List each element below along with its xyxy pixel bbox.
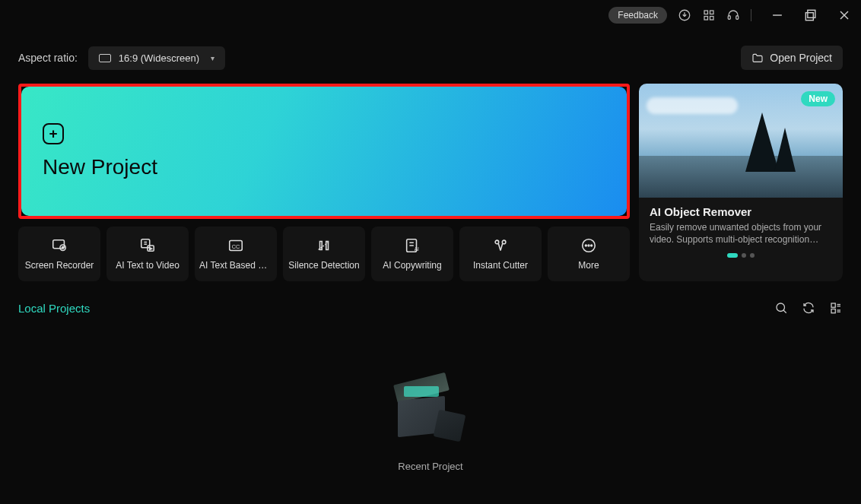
tool-label: Screen Recorder bbox=[21, 260, 99, 271]
new-project-card[interactable]: + New Project bbox=[21, 87, 627, 216]
tools-row: Screen Recorder AI Text to Video CC AI T… bbox=[18, 227, 630, 281]
separator bbox=[751, 9, 751, 21]
tool-label: AI Text Based Edi... bbox=[195, 260, 277, 271]
carousel-dot[interactable] bbox=[750, 253, 755, 258]
search-icon[interactable] bbox=[774, 301, 788, 315]
aspect-ratio-value: 16:9 (Widescreen) bbox=[119, 52, 203, 64]
svg-text:AI: AI bbox=[415, 246, 419, 252]
svg-point-25 bbox=[588, 245, 589, 246]
empty-state-label: Recent Project bbox=[398, 461, 462, 472]
tool-ai-text-based-edit[interactable]: CC AI Text Based Edi... bbox=[195, 227, 277, 281]
tool-label: Instant Cutter bbox=[469, 260, 532, 271]
svg-rect-29 bbox=[831, 303, 835, 307]
download-icon[interactable] bbox=[678, 8, 691, 22]
empty-box-illustration bbox=[389, 369, 472, 442]
svg-rect-15 bbox=[141, 239, 150, 248]
local-projects-tab[interactable]: Local Projects bbox=[18, 302, 90, 315]
feature-description: Easily remove unwanted objects from your… bbox=[650, 221, 832, 246]
svg-line-28 bbox=[783, 310, 786, 313]
carousel-dot[interactable] bbox=[742, 253, 746, 258]
feature-image: New bbox=[639, 84, 843, 198]
window-minimize-button[interactable] bbox=[770, 8, 785, 23]
open-project-button[interactable]: Open Project bbox=[741, 46, 843, 70]
support-headset-icon[interactable] bbox=[726, 8, 740, 22]
titlebar: Feedback bbox=[0, 0, 861, 30]
feedback-button[interactable]: Feedback bbox=[608, 7, 667, 24]
tool-more[interactable]: More bbox=[548, 227, 630, 281]
svg-rect-6 bbox=[736, 16, 739, 20]
aspect-ratio-icon bbox=[99, 54, 111, 62]
svg-rect-5 bbox=[728, 16, 730, 20]
svg-point-24 bbox=[585, 245, 586, 246]
tool-label: AI Text to Video bbox=[111, 260, 184, 271]
screen-recorder-icon bbox=[51, 237, 68, 254]
folder-icon bbox=[751, 52, 764, 63]
tool-instant-cutter[interactable]: Instant Cutter bbox=[459, 227, 542, 281]
highlighted-region: + New Project bbox=[18, 84, 630, 219]
open-project-label: Open Project bbox=[770, 52, 832, 64]
aspect-ratio-dropdown[interactable]: 16:9 (Widescreen) ▾ bbox=[88, 46, 225, 70]
svg-point-26 bbox=[591, 245, 593, 246]
feature-card[interactable]: New AI Object Remover Easily remove unwa… bbox=[639, 84, 843, 281]
svg-rect-9 bbox=[805, 13, 813, 21]
tool-label: AI Copywriting bbox=[378, 260, 446, 271]
svg-point-27 bbox=[777, 303, 785, 312]
svg-rect-4 bbox=[710, 17, 714, 21]
refresh-icon[interactable] bbox=[802, 301, 815, 315]
svg-rect-3 bbox=[704, 17, 708, 21]
view-toggle-icon[interactable] bbox=[829, 301, 843, 315]
plus-icon: + bbox=[43, 123, 64, 144]
scissors-icon bbox=[492, 237, 509, 254]
svg-rect-1 bbox=[704, 11, 708, 14]
svg-point-21 bbox=[495, 240, 499, 244]
tool-silence-detection[interactable]: Silence Detection bbox=[283, 227, 365, 281]
feature-title: AI Object Remover bbox=[650, 205, 832, 218]
tool-screen-recorder[interactable]: Screen Recorder bbox=[18, 227, 100, 281]
cc-icon: CC bbox=[227, 237, 244, 254]
carousel-dot[interactable] bbox=[727, 253, 738, 258]
window-maximize-button[interactable] bbox=[803, 8, 818, 23]
new-badge: New bbox=[801, 91, 835, 106]
svg-rect-8 bbox=[808, 10, 815, 17]
svg-rect-2 bbox=[710, 11, 714, 14]
silence-detection-icon bbox=[316, 237, 332, 254]
svg-point-14 bbox=[62, 247, 63, 249]
copywriting-icon: AI bbox=[404, 237, 421, 254]
aspect-ratio-label: Aspect ratio: bbox=[18, 52, 78, 64]
chevron-down-icon: ▾ bbox=[211, 54, 214, 62]
tool-label: More bbox=[573, 260, 603, 271]
local-projects-header: Local Projects bbox=[0, 281, 861, 322]
empty-state: Recent Project bbox=[0, 322, 861, 472]
new-project-label: New Project bbox=[43, 155, 627, 179]
text-to-video-icon bbox=[139, 237, 156, 254]
svg-rect-32 bbox=[831, 309, 835, 313]
svg-text:CC: CC bbox=[232, 243, 240, 250]
tool-ai-copywriting[interactable]: AI AI Copywriting bbox=[371, 227, 453, 281]
tool-label: Silence Detection bbox=[284, 260, 364, 271]
window-close-button[interactable] bbox=[837, 8, 852, 23]
main-row: + New Project Screen Recorder AI Text to… bbox=[0, 84, 861, 281]
more-icon bbox=[580, 237, 597, 254]
carousel-dots[interactable] bbox=[650, 253, 832, 258]
svg-point-22 bbox=[502, 240, 506, 244]
apps-grid-icon[interactable] bbox=[702, 8, 716, 22]
toolbar: Aspect ratio: 16:9 (Widescreen) ▾ Open P… bbox=[0, 30, 861, 84]
tool-ai-text-to-video[interactable]: AI Text to Video bbox=[106, 227, 189, 281]
